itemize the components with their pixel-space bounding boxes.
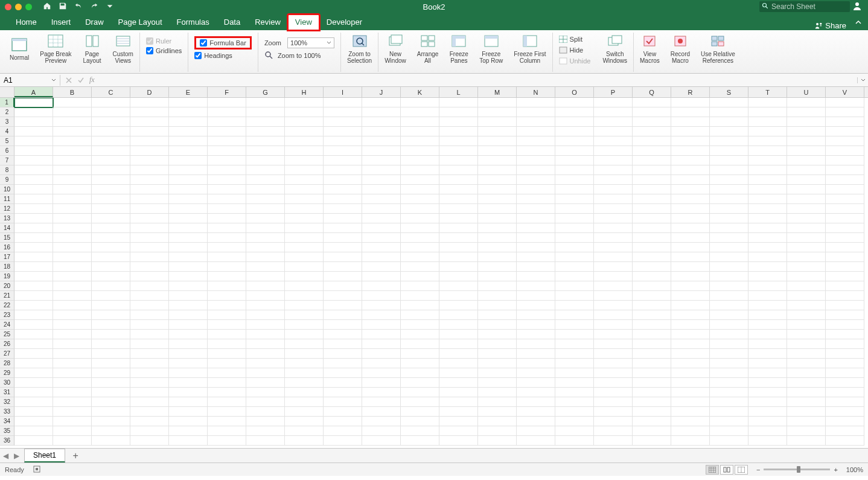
cell[interactable] — [53, 165, 92, 175]
cell[interactable] — [594, 185, 633, 194]
search-input[interactable] — [759, 1, 850, 12]
home-icon[interactable] — [43, 2, 51, 12]
cell[interactable] — [53, 378, 92, 388]
cell[interactable] — [517, 359, 555, 368]
cell[interactable] — [748, 291, 787, 301]
cell[interactable] — [787, 233, 826, 243]
cell[interactable] — [53, 194, 92, 204]
cell[interactable] — [362, 262, 401, 272]
cell[interactable] — [169, 127, 208, 136]
cell[interactable] — [826, 436, 864, 446]
page-break-preview-button[interactable]: Page Break Preview — [36, 33, 75, 64]
cell[interactable] — [517, 223, 555, 233]
cell[interactable] — [478, 339, 517, 349]
cell[interactable] — [53, 156, 92, 165]
cell[interactable] — [362, 252, 401, 262]
cell[interactable] — [53, 136, 92, 146]
cell[interactable] — [14, 107, 53, 117]
cell[interactable] — [826, 185, 864, 194]
cell[interactable] — [53, 397, 92, 407]
cell[interactable] — [517, 339, 555, 349]
cell[interactable] — [14, 117, 53, 127]
cell[interactable] — [710, 320, 748, 330]
cell[interactable] — [362, 156, 401, 165]
cell[interactable] — [439, 214, 478, 223]
cell[interactable] — [285, 388, 324, 397]
row-header-26[interactable]: 26 — [0, 339, 14, 349]
cell[interactable] — [439, 301, 478, 310]
cell[interactable] — [439, 223, 478, 233]
cell[interactable] — [53, 243, 92, 252]
cell[interactable] — [594, 252, 633, 262]
tab-review[interactable]: Review — [247, 14, 288, 30]
cell[interactable] — [439, 281, 478, 291]
cell[interactable] — [53, 252, 92, 262]
cell[interactable] — [555, 136, 594, 146]
cell[interactable] — [555, 426, 594, 436]
cell[interactable] — [14, 301, 53, 310]
cell[interactable] — [633, 301, 671, 310]
cell[interactable] — [14, 359, 53, 368]
cell[interactable] — [401, 194, 439, 204]
cell[interactable] — [208, 388, 246, 397]
save-icon[interactable] — [59, 2, 67, 12]
cell[interactable] — [208, 156, 246, 165]
cell[interactable] — [826, 233, 864, 243]
cell[interactable] — [208, 233, 246, 243]
cell[interactable] — [517, 262, 555, 272]
cell[interactable] — [401, 349, 439, 359]
cell[interactable] — [92, 368, 130, 378]
cell[interactable] — [362, 436, 401, 446]
cell[interactable] — [169, 397, 208, 407]
cell[interactable] — [787, 146, 826, 156]
cell[interactable] — [362, 378, 401, 388]
row-header-13[interactable]: 13 — [0, 214, 14, 223]
cell[interactable] — [14, 397, 53, 407]
cell[interactable] — [517, 436, 555, 446]
undo-icon[interactable] — [74, 2, 83, 12]
cell[interactable] — [246, 368, 285, 378]
cell[interactable] — [324, 214, 362, 223]
zoom-out-button[interactable]: − — [756, 466, 760, 473]
cell[interactable] — [14, 349, 53, 359]
cell[interactable] — [92, 407, 130, 417]
cell[interactable] — [710, 127, 748, 136]
cell[interactable] — [324, 165, 362, 175]
cell[interactable] — [478, 136, 517, 146]
cell[interactable] — [92, 165, 130, 175]
cell[interactable] — [517, 320, 555, 330]
cell[interactable] — [130, 214, 169, 223]
cell[interactable] — [324, 330, 362, 339]
cell[interactable] — [130, 301, 169, 310]
cell[interactable] — [478, 127, 517, 136]
cell[interactable] — [53, 204, 92, 214]
cell[interactable] — [92, 330, 130, 339]
cell[interactable] — [439, 262, 478, 272]
cell[interactable] — [787, 262, 826, 272]
cell[interactable] — [594, 388, 633, 397]
cell[interactable] — [633, 407, 671, 417]
row-header-31[interactable]: 31 — [0, 388, 14, 397]
cell[interactable] — [285, 397, 324, 407]
cell[interactable] — [130, 281, 169, 291]
cell[interactable] — [594, 349, 633, 359]
cell[interactable] — [787, 117, 826, 127]
cell[interactable] — [594, 310, 633, 320]
cell[interactable] — [826, 320, 864, 330]
cell[interactable] — [787, 426, 826, 436]
row-header-10[interactable]: 10 — [0, 185, 14, 194]
cell[interactable] — [594, 204, 633, 214]
cell[interactable] — [14, 426, 53, 436]
cell[interactable] — [324, 417, 362, 426]
cell[interactable] — [633, 194, 671, 204]
cell[interactable] — [517, 349, 555, 359]
cell[interactable] — [401, 397, 439, 407]
tab-view[interactable]: View — [288, 14, 319, 30]
cell[interactable] — [14, 156, 53, 165]
cell[interactable] — [14, 330, 53, 339]
cell[interactable] — [285, 252, 324, 262]
freeze-panes-button[interactable]: Freeze Panes — [445, 33, 472, 64]
cell[interactable] — [517, 136, 555, 146]
cell[interactable] — [92, 117, 130, 127]
cell[interactable] — [748, 397, 787, 407]
